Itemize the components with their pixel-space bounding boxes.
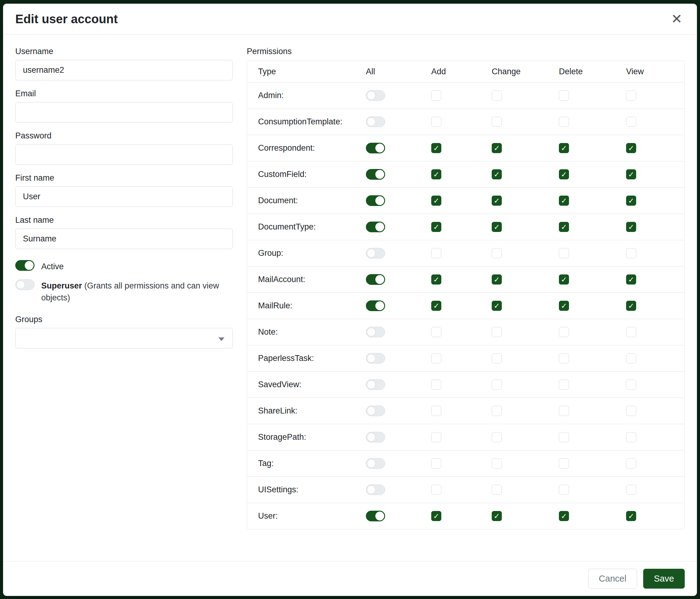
permission-add-checkbox[interactable] <box>431 406 441 416</box>
permission-view-checkbox[interactable] <box>626 458 636 469</box>
permission-view-checkbox[interactable] <box>626 485 636 495</box>
permission-add-checkbox[interactable] <box>431 458 441 469</box>
permission-view-checkbox[interactable] <box>626 432 636 442</box>
permission-all-toggle[interactable] <box>366 116 385 127</box>
superuser-toggle[interactable] <box>15 279 34 290</box>
permission-add-checkbox[interactable] <box>431 485 441 495</box>
email-input[interactable] <box>15 102 233 123</box>
save-button[interactable]: Save <box>643 569 685 589</box>
password-input[interactable] <box>15 144 233 165</box>
permission-view-checkbox[interactable] <box>626 380 636 390</box>
cancel-button[interactable]: Cancel <box>588 569 637 589</box>
permission-change-checkbox[interactable] <box>492 117 502 127</box>
permission-change-checkbox[interactable] <box>492 353 502 363</box>
permission-all-toggle[interactable] <box>366 484 385 495</box>
permission-delete-checkbox[interactable] <box>559 117 569 127</box>
permission-delete-checkbox[interactable] <box>559 406 569 416</box>
permission-delete-checkbox[interactable] <box>559 196 569 206</box>
permission-delete-checkbox[interactable] <box>559 432 569 442</box>
permission-delete-checkbox[interactable] <box>559 91 569 100</box>
permission-add-checkbox[interactable] <box>431 511 441 521</box>
permission-delete-checkbox[interactable] <box>559 380 569 390</box>
permission-type-label: CustomField: <box>247 170 366 179</box>
permission-view-checkbox[interactable] <box>626 248 636 258</box>
permission-all-toggle[interactable] <box>366 458 385 469</box>
permission-view-checkbox[interactable] <box>626 327 636 337</box>
first-name-input[interactable] <box>15 186 233 207</box>
permission-change-checkbox[interactable] <box>492 91 502 100</box>
permission-all-toggle[interactable] <box>366 406 385 416</box>
permission-view-checkbox[interactable] <box>626 511 636 521</box>
permission-delete-checkbox[interactable] <box>559 301 569 311</box>
permission-add-checkbox[interactable] <box>431 380 441 390</box>
permission-delete-checkbox[interactable] <box>559 248 569 258</box>
permission-change-checkbox[interactable] <box>492 196 502 206</box>
permission-add-checkbox[interactable] <box>431 248 441 258</box>
permission-view-checkbox[interactable] <box>626 143 636 153</box>
permission-add-checkbox[interactable] <box>431 353 441 363</box>
permission-all-toggle[interactable] <box>366 301 385 311</box>
close-icon[interactable]: ✕ <box>669 11 685 27</box>
permission-add-checkbox[interactable] <box>431 301 441 311</box>
permission-all-toggle[interactable] <box>366 248 385 259</box>
permission-all-toggle[interactable] <box>366 169 385 180</box>
username-input[interactable] <box>15 60 233 80</box>
permission-all-toggle[interactable] <box>366 379 385 390</box>
permission-change-checkbox[interactable] <box>492 380 502 390</box>
permission-add-checkbox[interactable] <box>431 117 441 127</box>
permission-add-checkbox[interactable] <box>431 274 441 285</box>
permission-change-checkbox[interactable] <box>492 327 502 337</box>
permission-add-checkbox[interactable] <box>431 169 441 179</box>
permission-all-toggle[interactable] <box>366 353 385 364</box>
column-header-type: Type <box>247 67 366 76</box>
permission-all-toggle[interactable] <box>366 90 385 101</box>
permission-view-checkbox[interactable] <box>626 196 636 206</box>
permission-add-checkbox[interactable] <box>431 143 441 153</box>
permission-all-toggle[interactable] <box>366 221 385 232</box>
permission-all-toggle[interactable] <box>366 432 385 442</box>
permission-view-checkbox[interactable] <box>626 406 636 416</box>
permission-delete-checkbox[interactable] <box>559 327 569 337</box>
active-toggle[interactable] <box>15 260 34 271</box>
permission-change-checkbox[interactable] <box>492 485 502 495</box>
permission-add-checkbox[interactable] <box>431 222 441 232</box>
permission-add-checkbox[interactable] <box>431 327 441 337</box>
permission-delete-checkbox[interactable] <box>559 143 569 153</box>
permission-change-checkbox[interactable] <box>492 248 502 258</box>
permission-view-checkbox[interactable] <box>626 117 636 127</box>
permission-all-toggle[interactable] <box>366 511 385 521</box>
edit-user-modal: Edit user account ✕ Username Email Passw… <box>3 4 697 596</box>
permission-view-checkbox[interactable] <box>626 169 636 179</box>
permission-change-checkbox[interactable] <box>492 406 502 416</box>
permission-change-checkbox[interactable] <box>492 432 502 442</box>
permission-view-checkbox[interactable] <box>626 353 636 363</box>
permission-all-toggle[interactable] <box>366 143 385 153</box>
permission-delete-checkbox[interactable] <box>559 169 569 179</box>
permission-view-checkbox[interactable] <box>626 301 636 311</box>
permission-change-checkbox[interactable] <box>492 222 502 232</box>
permission-change-checkbox[interactable] <box>492 301 502 311</box>
permission-view-checkbox[interactable] <box>626 222 636 232</box>
permission-change-checkbox[interactable] <box>492 274 502 285</box>
groups-select[interactable] <box>15 328 233 349</box>
permission-change-checkbox[interactable] <box>492 169 502 179</box>
permission-view-checkbox[interactable] <box>626 91 636 100</box>
permission-all-toggle[interactable] <box>366 274 385 285</box>
permission-change-checkbox[interactable] <box>492 511 502 521</box>
permission-change-checkbox[interactable] <box>492 458 502 469</box>
permission-delete-checkbox[interactable] <box>559 485 569 495</box>
permission-view-checkbox[interactable] <box>626 274 636 285</box>
permission-delete-checkbox[interactable] <box>559 222 569 232</box>
permission-change-checkbox[interactable] <box>492 143 502 153</box>
permission-delete-checkbox[interactable] <box>559 274 569 285</box>
permission-all-toggle[interactable] <box>366 195 385 206</box>
last-name-input[interactable] <box>15 229 233 249</box>
permission-all-toggle[interactable] <box>366 327 385 337</box>
permission-add-checkbox[interactable] <box>431 91 441 100</box>
permission-delete-checkbox[interactable] <box>559 458 569 469</box>
last-name-label: Last name <box>15 215 233 225</box>
permission-delete-checkbox[interactable] <box>559 353 569 363</box>
permission-add-checkbox[interactable] <box>431 432 441 442</box>
permission-delete-checkbox[interactable] <box>559 511 569 521</box>
permission-add-checkbox[interactable] <box>431 196 441 206</box>
